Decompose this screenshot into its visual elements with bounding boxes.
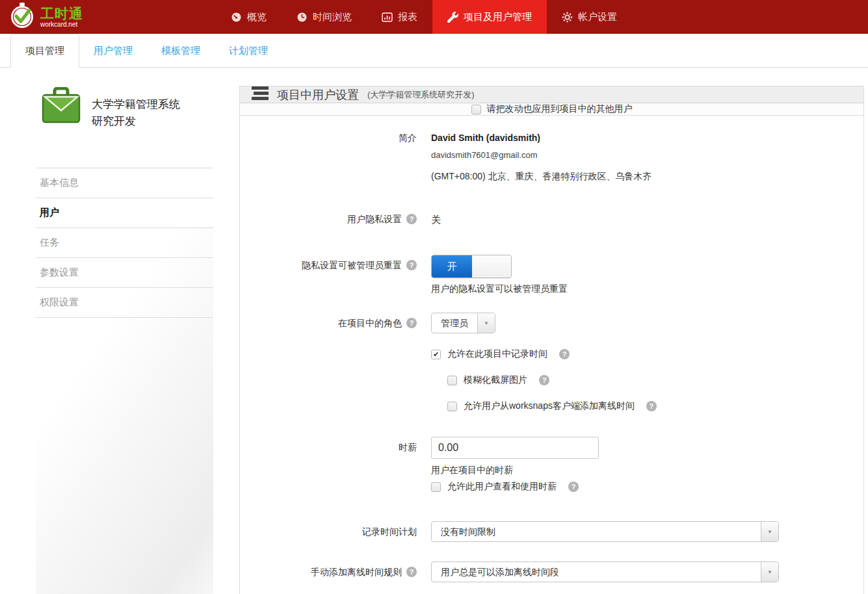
toggle-off-segment — [472, 255, 511, 278]
panel-title: 项目中用户设置 — [277, 87, 359, 103]
chevron-down-icon: ▼ — [761, 562, 778, 582]
profile-timezone: (GMT+08:00) 北京、重庆、香港特别行政区、乌鲁木齐 — [431, 171, 863, 183]
privacy-reset-caption: 用户的隐私设置可以被管理员重置 — [431, 283, 863, 295]
hourly-rate-row: 时薪 用户在项目中的时薪 允许此用户查看和使用时薪 — [240, 437, 863, 493]
offline-rule-select[interactable]: 用户总是可以添加离线时间段 ▼ — [431, 562, 779, 582]
help-icon[interactable] — [406, 214, 417, 224]
brand-subtitle: workcard.net — [40, 21, 83, 28]
panel-header: 项目中用户设置 (大学学籍管理系统研究开发) — [240, 86, 863, 103]
privacy-reset-toggle[interactable]: 开 — [431, 255, 512, 278]
offline-from-client-label: 允许用户从worksnaps客户端添加离线时间 — [464, 400, 635, 412]
hourly-rate-label: 时薪 — [399, 442, 417, 453]
blur-screenshot-row: 模糊化截屏图片 — [240, 374, 863, 386]
offline-from-client-row: 允许用户从worksnaps客户端添加离线时间 — [240, 400, 863, 412]
sidebar-item-basic-info[interactable]: 基本信息 — [36, 168, 213, 198]
top-navigation: 工时通 workcard.net 概览 时间浏览 报表 项目及用 — [0, 0, 868, 34]
apply-to-others-row: 请把改动也应用到项目中的其他用户 — [240, 103, 863, 116]
user-settings-panel: 项目中用户设置 (大学学籍管理系统研究开发) 请把改动也应用到项目中的其他用户 … — [239, 86, 864, 594]
role-select-value: 管理员 — [432, 313, 477, 333]
section-tabbar: 项目管理 用户管理 模板管理 计划管理 — [0, 34, 868, 68]
project-name: 大学学籍管理系统 研究开发 — [92, 87, 180, 168]
privacy-value: 关 — [431, 214, 441, 225]
nav-item-label: 报表 — [398, 11, 417, 23]
project-card: 大学学籍管理系统 研究开发 — [36, 86, 213, 168]
project-sidebar: 大学学籍管理系统 研究开发 基本信息 用户 任务 参数设置 权限设置 — [36, 86, 213, 594]
help-icon[interactable] — [406, 260, 417, 270]
sidebar-item-users[interactable]: 用户 — [36, 198, 213, 227]
hourly-rate-caption: 用户在项目中的时薪 — [431, 465, 863, 476]
sidebar-item-tasks[interactable]: 任务 — [36, 227, 213, 257]
nav-item-label: 项目及用户管理 — [464, 11, 532, 23]
privacy-label: 用户隐私设置 — [347, 214, 402, 225]
help-icon[interactable] — [406, 567, 417, 577]
profile-label: 简介 — [399, 133, 417, 144]
wrench-icon — [447, 12, 458, 23]
dashboard-icon — [231, 12, 242, 23]
nav-items: 概览 时间浏览 报表 项目及用户管理 帐户设置 — [216, 0, 632, 34]
brand-logo[interactable]: 工时通 workcard.net — [0, 0, 143, 34]
schedule-row: 记录时间计划 没有时间限制 ▼ — [240, 521, 863, 542]
nav-item-account-settings[interactable]: 帐户设置 — [547, 0, 632, 34]
role-row: 在项目中的角色 管理员 ▼ — [240, 313, 863, 333]
briefcase-icon — [41, 87, 81, 168]
profile-row: 简介 David Smith (davidsmith) davidsmith76… — [240, 133, 863, 183]
help-icon[interactable] — [646, 401, 657, 411]
tab-user-management[interactable]: 用户管理 — [79, 34, 147, 67]
log-time-row: 允许在此项目中记录时间 — [240, 348, 863, 360]
tab-project-management[interactable]: 项目管理 — [10, 34, 79, 68]
nav-item-label: 概览 — [247, 11, 267, 23]
sidebar-item-parameter-settings[interactable]: 参数设置 — [36, 257, 213, 287]
toggle-on-segment: 开 — [432, 255, 472, 278]
allow-view-rate-label: 允许此用户查看和使用时薪 — [447, 481, 557, 493]
blur-screenshot-label: 模糊化截屏图片 — [464, 374, 527, 386]
privacy-row: 用户隐私设置 关 — [240, 214, 863, 226]
help-icon[interactable] — [559, 349, 570, 359]
offline-rule-label: 手动添加离线时间规则 — [311, 567, 402, 578]
panel-subtitle: (大学学籍管理系统研究开发) — [367, 89, 475, 101]
brand-title: 工时通 — [40, 6, 83, 21]
apply-to-others-checkbox[interactable] — [471, 105, 481, 114]
privacy-reset-label: 隐私设置可被管理员重置 — [302, 260, 402, 271]
chevron-down-icon: ▼ — [761, 522, 778, 541]
schedule-label: 记录时间计划 — [362, 526, 417, 537]
tab-template-management[interactable]: 模板管理 — [147, 34, 215, 67]
profile-name: David Smith (davidsmith) — [431, 133, 863, 143]
content-area: 大学学籍管理系统 研究开发 基本信息 用户 任务 参数设置 权限设置 项目中用户… — [0, 68, 868, 594]
sidebar-menu: 基本信息 用户 任务 参数设置 权限设置 — [36, 168, 213, 318]
tasks-icon — [252, 86, 269, 103]
tab-plan-management[interactable]: 计划管理 — [215, 34, 282, 67]
sidebar-item-permission-settings[interactable]: 权限设置 — [36, 287, 213, 318]
bar-chart-icon — [382, 12, 393, 23]
offline-from-client-checkbox[interactable] — [447, 402, 457, 411]
nav-item-time-browse[interactable]: 时间浏览 — [282, 0, 367, 34]
offline-rule-select-value: 用户总是可以添加离线时间段 — [432, 562, 761, 582]
hourly-rate-input[interactable] — [431, 437, 599, 459]
offline-rule-row: 手动添加离线时间规则 用户总是可以添加离线时间段 ▼ — [240, 562, 863, 582]
apply-to-others-label: 请把改动也应用到项目中的其他用户 — [487, 103, 633, 115]
schedule-select-value: 没有时间限制 — [432, 522, 761, 541]
blur-screenshot-checkbox[interactable] — [447, 376, 457, 385]
gear-icon — [562, 12, 573, 23]
nav-item-label: 帐户设置 — [578, 11, 617, 23]
nav-item-project-user-management[interactable]: 项目及用户管理 — [432, 0, 547, 34]
user-settings-form: 简介 David Smith (davidsmith) davidsmith76… — [240, 116, 863, 594]
allow-view-rate-checkbox[interactable] — [431, 482, 441, 492]
nav-item-reports[interactable]: 报表 — [367, 0, 432, 34]
chevron-down-icon: ▼ — [477, 313, 495, 333]
privacy-reset-row: 隐私设置可被管理员重置 开 用户的隐私设置可以被管理员重置 — [240, 255, 863, 295]
nav-item-overview[interactable]: 概览 — [216, 0, 282, 34]
clock-check-logo-icon — [9, 2, 35, 32]
help-icon[interactable] — [568, 482, 579, 492]
schedule-select[interactable]: 没有时间限制 ▼ — [431, 521, 779, 542]
help-icon[interactable] — [406, 318, 417, 328]
role-label: 在项目中的角色 — [338, 318, 402, 329]
role-select[interactable]: 管理员 ▼ — [431, 313, 495, 333]
log-time-checkbox[interactable] — [431, 350, 441, 359]
nav-item-label: 时间浏览 — [313, 11, 352, 23]
help-icon[interactable] — [539, 375, 549, 385]
log-time-label: 允许在此项目中记录时间 — [447, 348, 547, 360]
clock-icon — [296, 12, 308, 23]
profile-email: davidsmith7601@gmail.com — [431, 150, 863, 160]
